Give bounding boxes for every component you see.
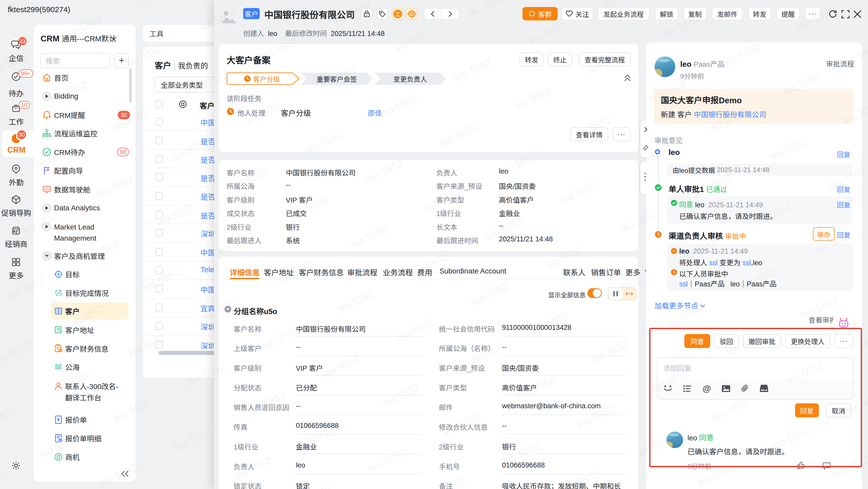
- svg-text:A: A: [410, 12, 413, 16]
